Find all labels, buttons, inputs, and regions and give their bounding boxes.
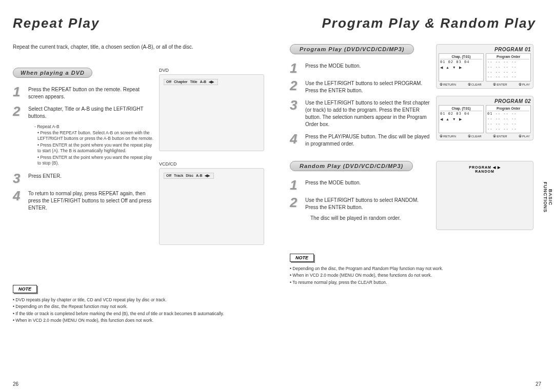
page-left: Repeat Play Repeat the current track, ch… bbox=[0, 0, 277, 392]
foot-clear: CLEAR bbox=[468, 135, 482, 138]
order-header: Program Order bbox=[487, 55, 529, 59]
note-item: Depending on the disc, the Repeat functi… bbox=[13, 304, 264, 310]
order-box: Program Order -- -- -- -- -- -- -- -- --… bbox=[486, 53, 531, 81]
page-number-left: 26 bbox=[13, 381, 18, 387]
step-text: Press the MODE button. bbox=[305, 61, 361, 75]
foot-enter: ENTER bbox=[493, 83, 507, 86]
screen-bar-dvd: Off Chapter Title A-B ◀▶ bbox=[164, 79, 218, 85]
program-title: PROGRAM 02 bbox=[439, 98, 531, 104]
order-box: Program Order 01 -- -- -- -- -- -- -- --… bbox=[486, 105, 531, 133]
pill-program-play: Program Play (DVD/VCD/CD/MP3) bbox=[290, 44, 414, 54]
pill-random-play: Random Play (DVD/VCD/CD/MP3) bbox=[290, 161, 413, 171]
left-step-1: 1 Press the REPEAT button on the remote.… bbox=[13, 85, 154, 100]
chap-cells: 01 02 03 04 bbox=[440, 60, 482, 65]
step-text: Press the PLAY/PAUSE button. The disc wi… bbox=[305, 132, 431, 148]
step-text: Press ENTER. bbox=[28, 172, 62, 185]
program-screen-2: PROGRAM 02 Chap. (T:01) 01 02 03 04 ◀ ▲ … bbox=[436, 96, 533, 140]
step-number: 4 bbox=[13, 189, 28, 212]
left-intro: Repeat the current track, chapter, title… bbox=[13, 44, 264, 50]
foot-return: RETURN bbox=[440, 135, 456, 138]
screen-bar-vcdcd: Off Track Disc A-B ◀▶ bbox=[164, 173, 214, 179]
note-item: To resume normal play, press the CLEAR b… bbox=[290, 280, 536, 285]
sub-bullet: Press ENTER at the point where you want … bbox=[37, 142, 154, 154]
note-label: NOTE bbox=[290, 254, 314, 262]
rand-step-1: 1 Press the MODE button. bbox=[290, 178, 431, 192]
step-text: Use the LEFT/RIGHT buttons to select PRO… bbox=[305, 79, 431, 94]
foot-play: PLAY bbox=[519, 135, 530, 138]
foot-return: RETURN bbox=[440, 83, 456, 86]
step-number: 1 bbox=[13, 85, 28, 100]
bar-item: Off bbox=[166, 174, 171, 177]
order-header: Program Order bbox=[487, 107, 529, 111]
bar-item: A-B bbox=[200, 80, 206, 84]
step-text: Use the LEFT/RIGHT buttons to select RAN… bbox=[305, 196, 431, 211]
left-step-2: 2 Select Chapter, Title or A-B using the… bbox=[13, 105, 154, 120]
screen-caption-vcdcd: VCD/CD bbox=[159, 161, 264, 167]
sub-bullet: Press ENTER at the point where you want … bbox=[37, 155, 154, 167]
bar-item: Title bbox=[190, 80, 197, 84]
sub-bullet: Press the REPEAT button. Select A-B on s… bbox=[37, 130, 154, 142]
order-row: -- -- -- -- bbox=[487, 65, 529, 70]
left-title: Repeat Play bbox=[13, 15, 264, 31]
step-text: Select Chapter, Title or A-B using the L… bbox=[28, 105, 154, 120]
page-number-right: 27 bbox=[536, 381, 541, 387]
note-item: When in VCD 2.0 mode (MENU ON mode), the… bbox=[290, 273, 536, 278]
chap-header: Chap. (T:01) bbox=[440, 107, 482, 111]
left-step-3: 3 Press ENTER. bbox=[13, 172, 154, 185]
pill-when-playing-dvd: When playing a DVD bbox=[13, 68, 92, 78]
right-title: Program Play & Random Play bbox=[290, 15, 536, 31]
order-row: -- -- -- -- bbox=[487, 127, 529, 132]
order-row: -- -- -- -- bbox=[487, 117, 529, 122]
prog-step-3: 3 Use the LEFT/RIGHT buttons to select t… bbox=[290, 98, 431, 128]
chap-cells: 01 02 03 04 bbox=[440, 112, 482, 117]
sub-head: - Repeat A-B bbox=[34, 124, 154, 129]
screen-caption-dvd: DVD bbox=[159, 68, 264, 73]
step-number: 4 bbox=[290, 132, 305, 148]
bar-item: A-B bbox=[196, 174, 202, 177]
rand-step-2: 2 Use the LEFT/RIGHT buttons to select R… bbox=[290, 196, 431, 211]
note-item: Depending on the disc, the Program and R… bbox=[290, 266, 536, 272]
program-title: PROGRAM 01 bbox=[439, 47, 531, 52]
repeat-ab-subsection: - Repeat A-B Press the REPEAT button. Se… bbox=[34, 124, 154, 167]
foot-clear: CLEAR bbox=[468, 83, 482, 86]
chap-header: Chap. (T:01) bbox=[440, 55, 482, 59]
foot-enter: ENTER bbox=[493, 135, 507, 138]
foot-play: PLAY bbox=[519, 83, 530, 86]
step-text: To return to normal play, press REPEAT a… bbox=[28, 189, 154, 212]
chap-box: Chap. (T:01) 01 02 03 04 ◀ ▲ ▼ ▶ bbox=[439, 53, 484, 81]
step-text: Press the REPEAT button on the remote. R… bbox=[28, 85, 154, 100]
step-number: 3 bbox=[290, 98, 305, 128]
step-number: 1 bbox=[290, 178, 305, 192]
note-item: When in VCD 2.0 mode (MENU ON mode), thi… bbox=[13, 318, 264, 323]
order-row: -- -- -- -- bbox=[487, 122, 529, 127]
bar-item: Chapter bbox=[174, 80, 187, 84]
bar-item: Disc bbox=[186, 174, 193, 177]
step-number: 3 bbox=[13, 172, 28, 185]
left-notes: NOTE DVD repeats play by chapter or titl… bbox=[13, 283, 264, 324]
screen-vcdcd: Off Track Disc A-B ◀▶ bbox=[159, 168, 264, 245]
right-notes: NOTE Depending on the disc, the Program … bbox=[290, 252, 536, 285]
random-bar: PROGRAM ◀ ▶ RANDOM bbox=[461, 166, 509, 173]
bar-item: ◀▶ bbox=[209, 80, 214, 84]
step-number: 1 bbox=[290, 61, 305, 75]
prog-step-2: 2 Use the LEFT/RIGHT buttons to select P… bbox=[290, 79, 431, 94]
order-row: -- -- -- -- bbox=[487, 70, 529, 75]
order-row: -- -- -- -- bbox=[487, 60, 529, 65]
arrow-icons: ◀ ▲ ▼ ▶ bbox=[440, 117, 482, 121]
bar-item: Track bbox=[174, 174, 183, 177]
step-text: Press the MODE button. bbox=[305, 178, 361, 192]
bar-item: Off bbox=[166, 80, 171, 84]
left-step-4: 4 To return to normal play, press REPEAT… bbox=[13, 189, 154, 212]
side-tab-line2: FUNCTIONS bbox=[543, 182, 548, 213]
page-right: Program Play & Random Play Program Play … bbox=[277, 0, 554, 392]
chap-box: Chap. (T:01) 01 02 03 04 ◀ ▲ ▼ ▶ bbox=[439, 105, 484, 133]
side-tab: BASIC FUNCTIONS bbox=[543, 182, 553, 213]
note-label: NOTE bbox=[13, 285, 37, 293]
random-result-text: The disc will be played in random order. bbox=[310, 215, 431, 221]
note-item: If the title or track is completed befor… bbox=[13, 311, 264, 317]
bar-item: ◀▶ bbox=[205, 174, 210, 177]
order-row: 01 -- -- -- bbox=[487, 112, 529, 117]
step-text: Use the LEFT/RIGHT buttons to select the… bbox=[305, 98, 431, 128]
step-number: 2 bbox=[290, 196, 305, 211]
prog-step-1: 1 Press the MODE button. bbox=[290, 61, 431, 75]
